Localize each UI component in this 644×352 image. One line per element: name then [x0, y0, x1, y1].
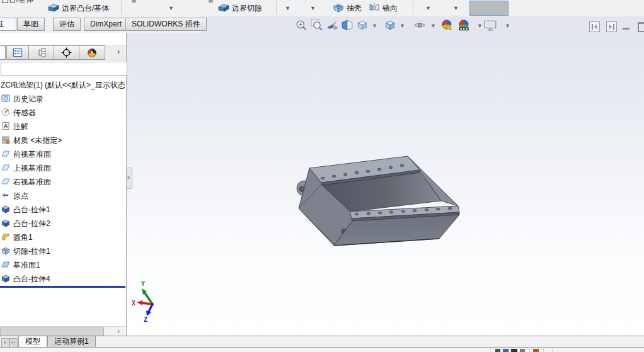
annotations-icon: A — [1, 122, 10, 130]
statusbar-clipped-icon — [511, 349, 517, 352]
mirror-label: 镜向 — [382, 3, 398, 14]
axis-x-label: X — [132, 300, 135, 307]
shell-button[interactable]: 抽壳 — [333, 1, 362, 15]
tree-item-fillet1[interactable]: 圆角1 — [0, 230, 125, 244]
tree-root-item[interactable]: ZC电池架(1) (默认<<默认>_显示状态 — [0, 77, 125, 91]
tree-filter-input[interactable] — [1, 62, 127, 76]
cut-extrude-icon — [1, 246, 10, 255]
tree-item-right-plane[interactable]: 右视基准面 — [0, 174, 125, 188]
clipped-glyph — [209, 0, 213, 3]
shell-label: 抽壳 — [347, 3, 362, 14]
rollback-bar[interactable] — [0, 286, 125, 288]
tree-item-plane1[interactable]: 基准面1 — [0, 258, 125, 271]
boss-extrude-icon — [1, 205, 10, 213]
tree-item-material[interactable]: 材质 <未指定> — [0, 133, 125, 147]
display-ball-icon — [87, 48, 97, 58]
nav-prev-study-button[interactable]: ▸ — [1, 338, 9, 348]
list-icon — [13, 48, 23, 57]
statusbar-clipped-icon — [520, 349, 525, 352]
boundary-cut-icon — [218, 3, 229, 14]
branch-icon — [37, 48, 47, 57]
tab-configurationmanager[interactable] — [28, 45, 54, 60]
history-icon — [1, 94, 10, 103]
nav-last-study-button[interactable]: ▸| — [9, 338, 18, 348]
featuremanager-panel: › ZC电池架(1) (默认<<默认>_显示状态 历史记录 传感器 A 注解 材… — [0, 33, 127, 336]
tab-dimxpertmanager[interactable] — [54, 45, 79, 60]
boss-extrude-icon — [1, 219, 10, 227]
tab-features[interactable]: 特征 — [0, 18, 16, 31]
statusbar-clipped-icon — [495, 349, 500, 352]
clipped-glyph — [132, 0, 136, 3]
toolbar-separator — [121, 1, 122, 14]
pressed-blank-button[interactable] — [469, 1, 509, 16]
model-3d-battery-holder[interactable] — [126, 16, 644, 348]
ribbon-toolbar: 凸台/基体 边界凸台/基体 ▼ 边界切除 ▼ ▼ 抽壳 — [0, 0, 644, 17]
origin-icon — [1, 191, 10, 200]
graphics-viewport[interactable]: ▼ ▼ ▼ ▼ ▼ — [126, 16, 644, 348]
dropdown-caret[interactable]: ▼ — [310, 6, 316, 11]
dropdown-caret[interactable]: ▼ — [453, 6, 459, 11]
tree-item-boss-extrude2[interactable]: 凸台-拉伸2 — [0, 216, 125, 230]
shell-icon — [333, 3, 344, 14]
motionstudy-tab-bar: ▸ ▸| 模型 运动算例1 — [0, 336, 644, 348]
sensors-icon — [1, 108, 10, 116]
status-bar — [0, 347, 644, 352]
axis-z-label: Z — [144, 316, 147, 322]
toolbar-separator — [413, 1, 413, 14]
tree-item-annotations[interactable]: A 注解 — [0, 119, 125, 133]
statusbar-clipped-icon — [503, 349, 509, 352]
plane-icon — [1, 149, 10, 158]
boundary-cut-label: 边界切除 — [232, 3, 262, 14]
tab-solidworks-addins[interactable]: SOLIDWORKS 插件 — [125, 18, 207, 31]
tab-evaluate[interactable]: 评估 — [53, 18, 81, 31]
tab-propertymanager[interactable] — [6, 45, 29, 60]
tree-item-sensors[interactable]: 传感器 — [0, 105, 125, 119]
tree-item-boss-extrude4[interactable]: 凸台-拉伸4 — [0, 271, 125, 285]
fillet-icon — [1, 232, 10, 241]
plane-feature-icon — [1, 260, 10, 269]
statusbar-clipped-icon — [533, 349, 539, 352]
dropdown-caret[interactable]: ▼ — [168, 6, 174, 11]
dropdown-caret[interactable]: ▼ — [425, 6, 431, 11]
reference-triad: Y X Z — [131, 280, 164, 322]
tab-motion-study1[interactable]: 运动算例1 — [47, 336, 96, 348]
boundary-boss-icon — [48, 3, 59, 14]
panel-tabs-expand-arrow[interactable]: › — [117, 47, 120, 56]
solidworks-window: 凸台/基体 边界凸台/基体 ▼ 边界切除 ▼ ▼ 抽壳 — [0, 0, 644, 352]
boundary-cut-button[interactable]: 边界切除 — [218, 1, 262, 15]
mirror-icon — [369, 3, 380, 14]
boundary-boss-button[interactable]: 边界凸台/基体 — [48, 1, 109, 15]
tree-item-top-plane[interactable]: 上视基准面 — [0, 161, 125, 174]
tree-item-origin[interactable]: 原点 — [0, 188, 125, 202]
panel-tab-strip: › — [0, 45, 126, 60]
panel-flyout-arrow[interactable]: › — [117, 327, 120, 336]
tree-item-history[interactable]: 历史记录 — [0, 91, 125, 105]
clipped-toolbar-text: 凸台/基体 — [1, 0, 47, 4]
material-icon — [1, 135, 10, 144]
tree-item-cut-extrude1[interactable]: 切除-拉伸1 — [0, 244, 125, 258]
plane-icon — [1, 177, 10, 186]
mirror-button[interactable]: 镜向 — [369, 1, 398, 15]
commandmanager-tab-bar: 特征 草图 评估 DimXpert SOLIDWORKS 插件 — [0, 16, 202, 33]
svg-text:A: A — [4, 123, 8, 129]
axis-y-label: Y — [141, 280, 145, 287]
tree-item-boss-extrude1[interactable]: 凸台-拉伸1 — [0, 202, 125, 216]
tab-displaymanager[interactable] — [79, 45, 105, 60]
tab-dimxpert[interactable]: DimXpert — [84, 18, 128, 31]
tree-item-front-plane[interactable]: 前视基准面 — [0, 147, 125, 161]
boss-extrude-icon — [1, 274, 10, 283]
plane-icon — [1, 163, 10, 172]
target-icon — [61, 47, 72, 58]
dropdown-caret[interactable]: ▼ — [285, 6, 290, 11]
tab-sketch[interactable]: 草图 — [17, 18, 45, 31]
tab-featuremanager[interactable] — [0, 45, 6, 60]
toolbar-separator — [276, 1, 277, 14]
tab-model[interactable]: 模型 — [18, 336, 47, 348]
boundary-boss-label: 边界凸台/基体 — [62, 3, 109, 14]
